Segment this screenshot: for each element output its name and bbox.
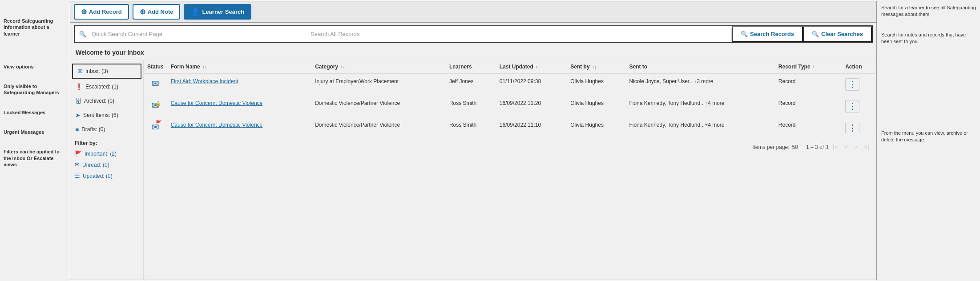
row1-record-type: Record [775, 74, 842, 96]
quick-search-icon: 🔍 [75, 31, 86, 37]
sent-icon: ➤ [75, 112, 81, 119]
annot-filters-note: Filters can be applied to the Inbox Or E… [0, 149, 69, 168]
toolbar: ⊕ Add Record ⊕ Add Note 👤 Learner Search [70, 1, 876, 23]
annot-action-menu: From the menu you can view, archive or d… [881, 130, 976, 144]
inbox-icon: ✉ [77, 68, 83, 75]
escalated-icon: ❗ [75, 83, 83, 90]
col-last-updated: Last Updated ↑↓ [496, 60, 567, 74]
learner-search-button[interactable]: 👤 Learner Search [184, 4, 251, 20]
add-note-icon: ⊕ [140, 8, 145, 16]
center-column: ⊕ Add Record ⊕ Add Note 👤 Learner Search… [70, 1, 877, 280]
add-record-button[interactable]: ⊕ Add Record [74, 4, 129, 20]
drafts-icon: ≡ [75, 126, 79, 133]
nav-sidebar: ✉ Inbox: (3) ❗ Escalated: (1) 🗄 Archived… [70, 60, 144, 280]
row1-status: ✉ [144, 74, 167, 96]
annot-record-safeguarding: Record Safeguarding information about a … [0, 18, 69, 37]
nav-archived[interactable]: 🗄 Archived: (0) [70, 94, 143, 108]
search-all-records-input[interactable] [305, 27, 731, 41]
left-annotations: Record Safeguarding information about a … [0, 0, 69, 281]
sort-icon-updated: ↑↓ [536, 64, 540, 69]
row3-sent-to: Fiona Kennedy, Tony Hedlund...+4 more [625, 117, 774, 139]
row1-sent-by: Olivia Hughes [567, 74, 625, 96]
row2-last-updated: 16/09/2022 11:20 [496, 96, 567, 117]
row1-learner: Jeff Jones [446, 74, 496, 96]
nav-escalated[interactable]: ❗ Escalated: (1) [70, 80, 143, 94]
table-row: ✉ First Aid: Workplace Incident Injury a… [144, 74, 876, 96]
row1-category: Injury at Employer/Work Placement [311, 74, 446, 96]
unread-mail-icon: ✉ [75, 161, 80, 168]
table-row: ✉ 🔒 Cause for Concern: Domestic Violence… [144, 96, 876, 117]
annot-view-options: View options [0, 64, 69, 70]
lock-icon-row2: 🔒 [155, 101, 161, 106]
col-category: Category ↑↓ [311, 60, 446, 74]
row2-sent-to: Fiona Kennedy, Tony Hedlund...+4 more [625, 96, 774, 117]
row1-action: ⋮ [842, 74, 876, 96]
col-action: Action [842, 60, 876, 74]
search-records-button[interactable]: 🔍 Search Records [732, 26, 803, 42]
row3-status: ✉ 🚩 [144, 117, 167, 139]
welcome-header: Welcome to your Inbox [70, 45, 876, 60]
row3-action: ⋮ [842, 117, 876, 139]
filter-important[interactable]: 🚩 Important: (2) [70, 148, 143, 159]
row3-category: Domestic Violence/Partner Violence [311, 117, 446, 139]
table-area: Status Form Name ↑↓ Category ↑↓ Learners… [144, 60, 876, 280]
row2-category: Domestic Violence/Partner Violence [311, 96, 446, 117]
page-range: 1 – 3 of 3 [806, 144, 828, 150]
nav-sent-items[interactable]: ➤ Sent Items: (6) [70, 108, 143, 122]
annot-locked-messages: Locked Messages [0, 109, 69, 116]
last-page-button[interactable]: >| [862, 143, 871, 152]
archive-icon: 🗄 [75, 97, 81, 104]
add-record-icon: ⊕ [81, 8, 87, 16]
table-header-row: Status Form Name ↑↓ Category ↑↓ Learners… [144, 60, 876, 74]
row2-record-type: Record [775, 96, 842, 117]
action-menu-button-row2[interactable]: ⋮ [845, 100, 859, 112]
envelope-icon-row1: ✉ [152, 79, 159, 88]
col-sent-by: Sent by ↑↓ [567, 60, 625, 74]
annot-only-visible: Only visible to Safeguarding Managers [0, 83, 69, 96]
important-flag-icon: 🚩 [75, 150, 82, 157]
annot-urgent-messages: Urgent Messages [0, 129, 69, 135]
row3-form-name: Cause for Concern: Domestic Violence [167, 117, 311, 139]
row3-record-type: Record [775, 117, 842, 139]
form-link-row3[interactable]: Cause for Concern: Domestic Violence [171, 122, 263, 128]
col-sent-to: Sent to [625, 60, 774, 74]
add-note-button[interactable]: ⊕ Add Note [133, 4, 181, 20]
row2-status: ✉ 🔒 [144, 96, 167, 117]
action-menu-button-row1[interactable]: ⋮ [845, 78, 859, 91]
items-per-page-value: 50 [792, 144, 798, 150]
col-status: Status [144, 60, 167, 74]
annot-learner-search: Search for a learner to see all Safeguar… [881, 4, 976, 18]
pagination: Items per page: 50 1 – 3 of 3 |< < > >| [144, 139, 876, 155]
items-per-page-label: Items per page: [752, 144, 789, 150]
row1-form-name: First Aid: Workplace Incident [167, 74, 311, 96]
clear-searches-button[interactable]: 🔍 Clear Searches [803, 26, 872, 42]
action-menu-button-row3[interactable]: ⋮ [845, 122, 859, 134]
sort-icon-type: ↑↓ [813, 64, 817, 69]
form-link-row1[interactable]: First Aid: Workplace Incident [171, 78, 238, 84]
nav-inbox[interactable]: ✉ Inbox: (3) [72, 64, 141, 79]
row2-sent-by: Olivia Hughes [567, 96, 625, 117]
first-page-button[interactable]: |< [831, 143, 840, 152]
urgent-flag-icon-row3: 🚩 [156, 120, 162, 126]
row1-sent-to: Nicole Joyce, Super User...+3 more [625, 74, 774, 96]
sort-icon-form: ↑↓ [202, 64, 207, 69]
search-bar: 🔍 🔍 Search Records 🔍 Clear Searches [74, 25, 873, 43]
nav-drafts[interactable]: ≡ Drafts: (0) [70, 122, 143, 136]
row3-learner: Ross Smith [446, 117, 496, 139]
filter-updated[interactable]: ☰ Updated: (0) [70, 170, 143, 181]
quick-search-input[interactable] [86, 27, 305, 41]
search-records-icon: 🔍 [741, 31, 748, 37]
next-page-button[interactable]: > [852, 143, 859, 152]
filter-unread[interactable]: ✉ Unread: (0) [70, 159, 143, 170]
right-annotations: Search for a learner to see all Safeguar… [878, 0, 980, 281]
prev-page-button[interactable]: < [843, 143, 850, 152]
col-learners: Learners [446, 60, 496, 74]
updated-list-icon: ☰ [75, 173, 80, 179]
clear-searches-icon: 🔍 [812, 31, 819, 37]
form-link-row2[interactable]: Cause for Concern: Domestic Violence [171, 100, 263, 106]
row2-action: ⋮ [842, 96, 876, 117]
filter-by-label: Filter by: [70, 136, 143, 148]
row2-form-name: Cause for Concern: Domestic Violence [167, 96, 311, 117]
annot-search-records: Search for notes and records that have b… [881, 32, 976, 45]
page-layout: Record Safeguarding information about a … [0, 0, 980, 281]
